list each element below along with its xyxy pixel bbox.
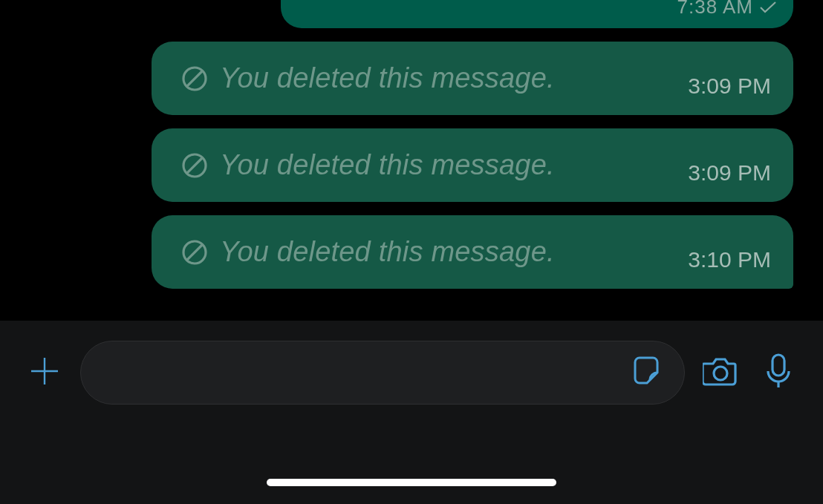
chat-area: 7:38 AM You deleted this message. 3:09 P…: [0, 0, 823, 321]
mic-icon: [764, 353, 793, 392]
message-bubble[interactable]: You deleted this message. 3:10 PM: [152, 215, 793, 289]
plus-icon: [28, 355, 61, 390]
svg-rect-9: [772, 355, 784, 376]
message-bubble[interactable]: You deleted this message. 3:09 PM: [152, 128, 793, 202]
message-input[interactable]: [99, 360, 631, 385]
message-time: 3:09 PM: [688, 160, 771, 186]
message-bubble[interactable]: You deleted this message. 3:09 PM: [152, 42, 793, 115]
home-indicator[interactable]: [267, 479, 556, 486]
message-input-container[interactable]: [80, 341, 685, 405]
svg-point-8: [714, 367, 727, 380]
deleted-message-content: You deleted this message.: [181, 236, 555, 268]
input-bar: [0, 321, 823, 425]
attach-button[interactable]: [22, 350, 67, 395]
message-bubble-partial[interactable]: 7:38 AM: [281, 0, 793, 28]
mic-button[interactable]: [756, 350, 801, 395]
message-time: 3:09 PM: [688, 73, 771, 99]
prohibit-icon: [181, 65, 208, 92]
svg-line-1: [187, 71, 202, 86]
deleted-message-text: You deleted this message.: [220, 149, 555, 181]
deleted-message-content: You deleted this message.: [181, 149, 555, 181]
check-icon: [759, 0, 777, 16]
deleted-message-content: You deleted this message.: [181, 62, 555, 94]
message-time: 7:38 AM: [677, 0, 753, 19]
prohibit-icon: [181, 239, 208, 266]
bottom-safe-area: [0, 425, 823, 504]
sticker-button[interactable]: [631, 355, 666, 390]
sticker-icon: [632, 355, 665, 390]
camera-icon: [703, 353, 738, 392]
prohibit-icon: [181, 152, 208, 179]
camera-button[interactable]: [698, 350, 743, 395]
message-meta: 7:38 AM: [677, 0, 777, 19]
svg-line-3: [187, 158, 202, 173]
svg-line-5: [187, 245, 202, 260]
message-time: 3:10 PM: [688, 247, 771, 272]
deleted-message-text: You deleted this message.: [220, 236, 555, 268]
deleted-message-text: You deleted this message.: [220, 62, 555, 94]
